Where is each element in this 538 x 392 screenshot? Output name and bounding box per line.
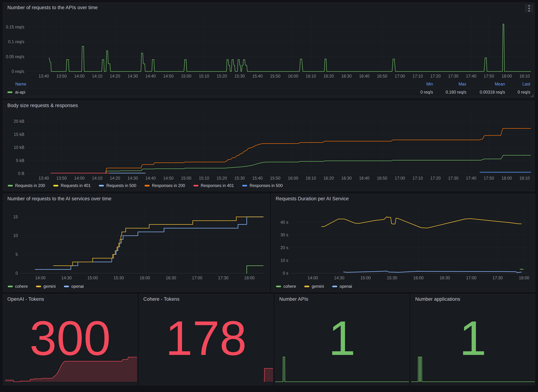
duration-chart[interactable]: 0 s10 s20 s30 s40 s14:0014:3015:0015:301… xyxy=(271,204,535,284)
svg-text:16:30: 16:30 xyxy=(440,275,450,280)
svg-text:0 s: 0 s xyxy=(283,271,288,275)
svg-text:17:50: 17:50 xyxy=(484,74,494,79)
series-color-swatch-icon xyxy=(304,286,309,287)
legend-item[interactable]: Requests in 200 xyxy=(8,183,45,188)
series-color-swatch-icon xyxy=(242,185,247,187)
legend-label: Responses in 500 xyxy=(250,183,283,188)
legend-column-max[interactable]: Max xyxy=(433,82,466,87)
api-requests-chart[interactable]: 0 req/s0.05 req/s0.1 req/s0.15 req/s13:4… xyxy=(3,12,535,80)
svg-text:17:10: 17:10 xyxy=(412,74,423,79)
legend-column-name[interactable]: Name xyxy=(7,82,406,87)
series-color-swatch-icon xyxy=(36,286,41,287)
panel-body-size: Body size requests & responses 0 B5 kB10… xyxy=(3,100,535,191)
svg-text:18:00: 18:00 xyxy=(244,275,255,280)
legend-item[interactable]: Responses in 401 xyxy=(193,183,234,188)
panel-title: Number APIs xyxy=(279,296,308,302)
body-size-chart[interactable]: 0 B5 kB10 kB15 kB20 kB13:4013:5014:0014:… xyxy=(3,110,535,183)
svg-text:17:30: 17:30 xyxy=(218,275,229,280)
series-color-swatch-icon xyxy=(7,91,12,93)
svg-text:14:00: 14:00 xyxy=(74,176,85,181)
legend-item[interactable]: Requests in 401 xyxy=(53,183,91,188)
legend: coheregeminiopenai xyxy=(271,284,535,292)
legend-item[interactable]: cohere xyxy=(276,284,296,289)
svg-text:14:30: 14:30 xyxy=(128,74,138,79)
legend-label: Responses in 401 xyxy=(201,183,234,188)
panel-header: Body size requests & responses xyxy=(3,101,535,110)
svg-text:17:20: 17:20 xyxy=(430,74,441,79)
legend-label: Requests in 200 xyxy=(15,183,45,188)
series-color-swatch-icon xyxy=(332,286,337,287)
svg-text:18:10: 18:10 xyxy=(519,176,530,181)
svg-text:13:40: 13:40 xyxy=(38,176,49,181)
panel-number-applications: Number applications 1 xyxy=(411,294,535,385)
svg-text:10: 10 xyxy=(13,233,18,238)
svg-text:15:50: 15:50 xyxy=(270,74,281,79)
legend-table-row[interactable]: ai-api0 req/s0.160 req/s0.00318 req/s0 r… xyxy=(7,88,530,96)
svg-text:15:40: 15:40 xyxy=(252,74,263,79)
svg-text:15: 15 xyxy=(13,215,18,219)
legend-item[interactable]: Requests in 500 xyxy=(99,183,136,188)
svg-text:15:00: 15:00 xyxy=(88,275,98,280)
svg-text:16:30: 16:30 xyxy=(341,74,352,79)
series-color-swatch-icon xyxy=(193,185,198,187)
svg-text:14:10: 14:10 xyxy=(92,74,103,79)
svg-text:13:40: 13:40 xyxy=(38,74,49,79)
panel-openai-tokens: OpenAI - Tokens 300 xyxy=(3,294,137,385)
legend-column-mean[interactable]: Mean xyxy=(466,82,505,87)
panel-header: Number of requests to the AI services ov… xyxy=(3,194,270,204)
legend-item[interactable]: Responses in 500 xyxy=(242,183,283,188)
legend-table-value: 0.00318 req/s xyxy=(466,90,505,95)
panel-header: Requests Duration per AI Service xyxy=(271,194,535,204)
svg-text:14:30: 14:30 xyxy=(128,176,138,181)
svg-text:18:10: 18:10 xyxy=(519,74,530,79)
legend-label: Requests in 401 xyxy=(61,183,91,188)
svg-text:14:30: 14:30 xyxy=(334,275,344,280)
panel-header: Number APIs xyxy=(275,294,409,304)
legend-column-min[interactable]: Min xyxy=(406,82,433,87)
series-color-swatch-icon xyxy=(64,286,69,287)
legend-item[interactable]: openai xyxy=(64,284,84,289)
svg-text:16:10: 16:10 xyxy=(306,74,316,79)
svg-text:16:00: 16:00 xyxy=(413,275,424,280)
series-color-swatch-icon xyxy=(99,185,104,187)
legend-item[interactable]: gemini xyxy=(304,284,324,289)
panel-resize-handle[interactable] xyxy=(531,94,533,97)
panel-title: Number applications xyxy=(415,296,460,302)
svg-text:18:00: 18:00 xyxy=(519,275,529,280)
legend-label: openai xyxy=(340,284,352,289)
legend-column-last[interactable]: Last xyxy=(505,82,530,87)
series-name: ai-api xyxy=(15,90,25,95)
svg-text:40 s: 40 s xyxy=(281,220,288,225)
legend-item[interactable]: openai xyxy=(332,284,352,289)
panel-menu-button[interactable] xyxy=(525,4,533,12)
panel-header: OpenAI - Tokens xyxy=(3,294,137,304)
panel-title: OpenAI - Tokens xyxy=(7,296,44,302)
ai-requests-chart[interactable]: 05101514:0014:3015:0015:3016:0016:3017:0… xyxy=(3,204,270,284)
svg-text:16:30: 16:30 xyxy=(166,275,176,280)
series-color-swatch-icon xyxy=(53,185,58,187)
cohere-tokens-sparkline xyxy=(139,355,273,382)
kebab-dot-icon xyxy=(529,10,530,12)
svg-text:17:30: 17:30 xyxy=(448,176,458,181)
svg-text:15:00: 15:00 xyxy=(360,275,371,280)
kebab-dot-icon xyxy=(529,8,530,9)
svg-text:13:50: 13:50 xyxy=(56,74,67,79)
svg-text:16:30: 16:30 xyxy=(341,176,352,181)
panel-header: Number applications xyxy=(411,294,535,304)
svg-text:18:00: 18:00 xyxy=(502,176,512,181)
svg-text:0 B: 0 B xyxy=(18,171,24,176)
series-color-swatch-icon xyxy=(8,185,13,187)
legend-item[interactable]: gemini xyxy=(36,284,56,289)
legend-item[interactable]: cohere xyxy=(8,284,28,289)
legend-item[interactable]: Responses in 200 xyxy=(145,183,185,188)
svg-text:17:00: 17:00 xyxy=(395,176,405,181)
svg-text:14:40: 14:40 xyxy=(145,74,156,79)
legend-table-value: 0 req/s xyxy=(406,90,433,95)
svg-text:16:50: 16:50 xyxy=(377,74,387,79)
panel-title: Requests Duration per AI Service xyxy=(276,196,349,202)
legend-label: cohere xyxy=(283,284,296,289)
svg-text:15:10: 15:10 xyxy=(199,176,209,181)
panel-title: Cohere - Tokens xyxy=(143,296,179,302)
svg-text:16:20: 16:20 xyxy=(323,176,334,181)
svg-text:20 s: 20 s xyxy=(281,245,288,250)
